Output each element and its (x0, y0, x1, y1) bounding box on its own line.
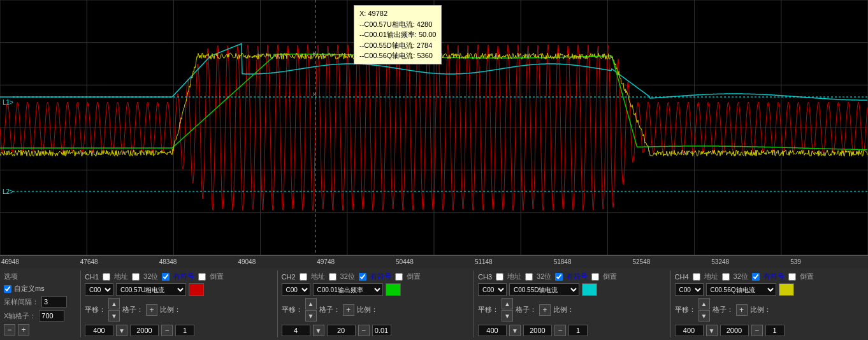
ch2-addr-label: 地址 (311, 272, 325, 281)
ch3-scale-label: 比例： (553, 305, 574, 314)
ch3-grid-plus[interactable]: + (539, 304, 551, 316)
sample-input[interactable] (41, 296, 67, 307)
ch3-32bit-label: 32位 (537, 272, 551, 281)
ch3-pan-down[interactable]: ▼ (502, 310, 513, 322)
ch4-pan-down2[interactable]: ▼ (706, 325, 718, 336)
ch1-ch-select[interactable]: C00 (85, 283, 113, 296)
ch1-grid-label: 格子： (122, 305, 143, 314)
ch1-signal-row: C00 C00.57U相电流 (85, 283, 272, 296)
ch3-reset-label: 倒置 (603, 272, 617, 281)
ch4-scale-input[interactable] (765, 325, 785, 336)
ch1-reset-label: 倒置 (210, 272, 224, 281)
ch3-addr-checkbox[interactable] (496, 273, 503, 281)
ch3-reset-checkbox[interactable] (591, 273, 599, 281)
ch3-ch-select[interactable]: C00 (478, 283, 507, 296)
chart-area: L1> L2> X: 49782 --C00.57U相电流: 4280 --C0… (0, 0, 868, 255)
ch2-pan-down2[interactable]: ▼ (313, 325, 324, 336)
ch4-32bit-label: 32位 (734, 272, 748, 281)
ch1-scale-input[interactable] (175, 325, 194, 336)
sample-label: 采样间隔： (4, 297, 39, 307)
ch4-ch-select[interactable]: C00 (675, 283, 704, 296)
ch1-sign-checkbox[interactable] (162, 273, 170, 281)
ch4-grid-input[interactable] (720, 325, 749, 336)
ch4-grid-minus[interactable]: − (751, 325, 763, 336)
ch1-reset-checkbox[interactable] (198, 273, 206, 281)
ch3-pan-up[interactable]: ▲ (502, 298, 513, 309)
ch2-pan-up[interactable]: ▲ (305, 298, 317, 309)
ch1-pan-up[interactable]: ▲ (108, 298, 120, 309)
x-grid-input[interactable] (39, 310, 64, 322)
ch2-grid-plus[interactable]: + (343, 304, 354, 316)
ch3-pan-down2[interactable]: ▼ (509, 325, 521, 336)
ch2-addr-checkbox[interactable] (300, 273, 307, 281)
ch4-pan-row: 平移： ▲ ▼ 格子： + 比例： (675, 298, 862, 322)
ch2-reset-checkbox[interactable] (395, 273, 403, 281)
ch2-signal-row: C00 C00.01输出频率 (282, 283, 469, 296)
ch2-color-box (386, 283, 401, 296)
x-tick-3: 49048 (236, 258, 315, 265)
ch4-pan-up[interactable]: ▲ (698, 298, 710, 309)
ch2-grid-minus[interactable]: − (358, 325, 370, 336)
ch4-pan-input[interactable] (675, 325, 704, 336)
ch4-signal-row: C00 C00.56Q轴电流 (675, 283, 862, 296)
ch4-sign-label: 有符号 (763, 272, 785, 281)
ch1-sig-select[interactable]: C00.57U相电流 (116, 283, 186, 296)
ch3-grid-input[interactable] (523, 325, 552, 336)
ch1-32bit-checkbox[interactable] (132, 273, 140, 281)
ch2-pan-input[interactable] (282, 325, 310, 336)
ch1-pan-down[interactable]: ▼ (108, 310, 120, 322)
ch4-addr-checkbox[interactable] (693, 273, 700, 281)
options-row: 选项 (4, 272, 78, 281)
x-tick-6: 51148 (474, 258, 553, 265)
ch4-pan-down[interactable]: ▼ (698, 310, 710, 322)
ch2-sig-select[interactable]: C00.01输出频率 (313, 283, 383, 296)
ch2-sign-checkbox[interactable] (359, 273, 366, 281)
ch4-scale-label: 比例： (750, 305, 771, 314)
tooltip-x: X: 49782 (359, 8, 436, 19)
x-tick-10: 539 (789, 258, 868, 265)
ch1-grid-plus[interactable]: + (146, 304, 157, 316)
pm-row: − + (4, 324, 78, 336)
ch2-ch-select[interactable]: C00 (282, 283, 310, 296)
ch2-scale-input[interactable] (372, 325, 391, 336)
ch2-scale-label: 比例： (357, 305, 378, 314)
plus-button[interactable]: + (18, 324, 29, 336)
x-tick-2: 48348 (158, 258, 237, 265)
custom-ms-checkbox[interactable] (4, 285, 11, 293)
ch3-controls: CH3 地址 32位 有符号 倒置 C00 C00.55D轴电流 平移： ▲ ▼ (474, 270, 669, 337)
x-grid-row: X轴格子： (4, 310, 78, 322)
ch1-addr-checkbox[interactable] (103, 273, 110, 281)
ch1-pan-input[interactable] (85, 325, 113, 336)
ch3-pan-input[interactable] (478, 325, 507, 336)
minus-button[interactable]: − (4, 324, 15, 336)
ch3-sig-select[interactable]: C00.55D轴电流 (509, 283, 579, 296)
ch4-grid-plus[interactable]: + (736, 304, 748, 316)
ch1-pan-down2[interactable]: ▼ (116, 325, 127, 336)
ch1-values-row: ▼ − (85, 325, 272, 336)
ch3-grid-label: 格子： (516, 305, 537, 314)
ch2-pan-row: 平移： ▲ ▼ 格子： + 比例： (282, 298, 469, 322)
ch1-32bit-label: 32位 (143, 272, 158, 281)
ch4-32bit-checkbox[interactable] (722, 273, 730, 281)
ch4-sig-select[interactable]: C00.56Q轴电流 (706, 283, 776, 296)
ch2-32bit-checkbox[interactable] (329, 273, 336, 281)
left-controls: 选项 自定义ms 采样间隔： X轴格子： − + (3, 270, 79, 337)
ch4-values-row: ▼ − (675, 325, 862, 336)
ch1-grid-minus[interactable]: − (161, 325, 173, 336)
ch3-32bit-checkbox[interactable] (525, 273, 533, 281)
ch1-label: CH1 (85, 273, 99, 281)
ch2-pan-down[interactable]: ▼ (305, 310, 317, 322)
ch2-grid-input[interactable] (327, 325, 356, 336)
ch4-sign-checkbox[interactable] (752, 273, 760, 281)
ch1-grid-input[interactable] (130, 325, 159, 336)
ch3-grid-minus[interactable]: − (554, 325, 566, 336)
tooltip-line1: --C00.57U相电流: 4280 (359, 19, 436, 30)
x-grid-label: X轴格子： (4, 311, 36, 321)
ch3-scale-input[interactable] (568, 325, 588, 336)
ch4-reset-checkbox[interactable] (788, 273, 796, 281)
ch2-reset-label: 倒置 (407, 272, 421, 281)
ch4-grid-label: 格子： (712, 305, 734, 314)
ch3-sign-checkbox[interactable] (555, 273, 563, 281)
tooltip-line2: --C00.01输出频率: 50.00 (359, 29, 436, 40)
x-tick-7: 51848 (553, 258, 632, 265)
